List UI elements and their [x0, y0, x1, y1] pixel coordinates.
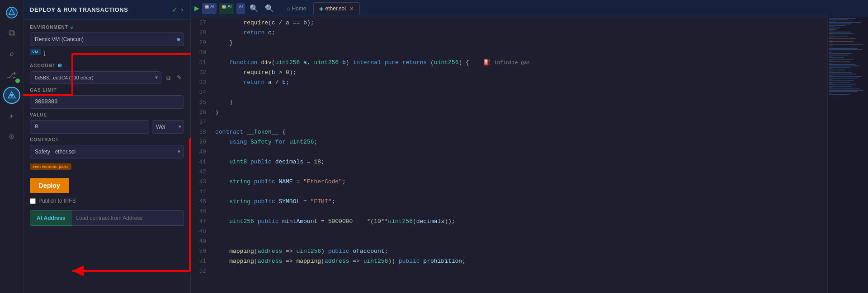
- arrow-right-icon[interactable]: ›: [180, 6, 184, 14]
- code-content[interactable]: require(c / a == b); return c; } functio…: [211, 17, 827, 293]
- code-line-51: mapping(address => mapping(address => ui…: [215, 256, 827, 266]
- code-line-38: contract __Token__ {: [215, 127, 827, 137]
- icon-bar: ⧉ ⌕ ⎇ ✦ ⚙: [0, 0, 24, 293]
- account-select-wrapper[interactable]: 0x5B3...eddC4 (100 ether): [30, 71, 161, 84]
- edit-account-button[interactable]: ✎: [175, 73, 184, 82]
- deploy-icon[interactable]: [3, 87, 20, 104]
- minimap: [827, 17, 868, 293]
- code-line-30: [215, 48, 827, 58]
- code-line-28: return c;: [215, 28, 827, 38]
- gas-limit-input[interactable]: [30, 95, 184, 109]
- code-line-33: return a / b;: [215, 78, 827, 88]
- publish-checkbox[interactable]: [30, 198, 36, 204]
- sol-icon: ◈: [319, 5, 323, 12]
- settings-icon[interactable]: ⚙: [3, 127, 21, 145]
- code-line-36: }: [215, 107, 827, 117]
- code-line-42: [215, 167, 827, 177]
- vm-badge: VM: [30, 49, 41, 55]
- check-icon: ✓: [172, 5, 177, 14]
- at-address-row: At Address: [30, 210, 184, 226]
- files-icon[interactable]: ⧉: [3, 24, 21, 42]
- code-line-27: require(c / a == b);: [215, 18, 827, 28]
- ai-badge-3[interactable]: AI: [236, 3, 245, 14]
- account-label: ACCOUNT ⊕: [30, 62, 184, 69]
- code-line-49: [215, 237, 827, 246]
- panel-content: ENVIRONMENT ⬦ Remix VM (Cancun) Remix VM…: [24, 20, 190, 293]
- code-line-50: mapping(address => uint256) public ofacc…: [215, 246, 827, 256]
- code-line-39: using Safety for uint256;: [215, 137, 827, 147]
- value-row: Wei Gwei Finney Ether: [30, 120, 184, 134]
- panel-header: DEPLOY & RUN TRANSACTIONS ✓ ›: [24, 0, 190, 20]
- contract-select-wrapper[interactable]: Safety - ether.sol: [30, 145, 184, 158]
- account-row: 0x5B3...eddC4 (100 ether) ⧉ ✎: [30, 71, 184, 84]
- copy-account-button[interactable]: ⧉: [164, 73, 172, 83]
- code-line-32: require(b > 0);: [215, 68, 827, 78]
- editor-area: ▶ 🤖 AI 🤖 AI AI 🔍 🔍 ⌂ Home ◈ ether.sol ✕ …: [191, 0, 868, 293]
- contract-section: CONTRACT Safety - ether.sol evm version:…: [30, 137, 184, 174]
- load-contract-input[interactable]: [72, 210, 184, 226]
- file-tab[interactable]: ◈ ether.sol ✕: [313, 2, 359, 14]
- unit-select-wrapper[interactable]: Wei Gwei Finney Ether: [152, 120, 184, 134]
- tab-bar: ▶ 🤖 AI 🤖 AI AI 🔍 🔍 ⌂ Home ◈ ether.sol ✕: [191, 0, 868, 17]
- evm-badge: evm version: paris: [30, 163, 71, 170]
- ai-badge-1[interactable]: 🤖 AI: [202, 3, 217, 14]
- at-address-button[interactable]: At Address: [30, 210, 72, 226]
- code-line-41: uint8 public decimals = 18;: [215, 157, 827, 167]
- environment-label: ENVIRONMENT ⬦: [30, 24, 184, 30]
- account-select[interactable]: 0x5B3...eddC4 (100 ether): [30, 71, 161, 84]
- value-input[interactable]: [30, 120, 149, 134]
- environment-info-btn[interactable]: ℹ: [43, 50, 46, 58]
- code-line-48: [215, 227, 827, 237]
- contract-label: CONTRACT: [30, 137, 184, 142]
- plugins-icon[interactable]: ✦: [3, 107, 21, 125]
- unit-select[interactable]: Wei Gwei Finney Ether: [152, 120, 184, 134]
- code-line-37: [215, 117, 827, 127]
- svg-point-2: [10, 94, 13, 97]
- publish-row: Publish to IPFS: [30, 198, 184, 204]
- zoom-in-icon[interactable]: 🔍: [248, 3, 260, 14]
- code-line-35: }: [215, 98, 827, 107]
- account-section: ACCOUNT ⊕ 0x5B3...eddC4 (100 ether) ⧉ ✎: [30, 62, 184, 84]
- gas-limit-section: GAS LIMIT: [30, 88, 184, 109]
- value-section: VALUE Wei Gwei Finney Ether: [30, 112, 184, 134]
- minimap-content: [828, 17, 868, 96]
- code-line-43: string public NAME = "EtherCode";: [215, 177, 827, 187]
- environment-select[interactable]: Remix VM (Cancun) Remix VM (Berlin) Inje…: [30, 33, 184, 46]
- home-tab-label: Home: [292, 5, 306, 12]
- file-tab-label: ether.sol: [325, 5, 345, 12]
- tab-bar-icons: ▶ 🤖 AI 🤖 AI AI 🔍 🔍: [194, 3, 276, 14]
- git-icon[interactable]: ⎇: [3, 66, 21, 84]
- environment-select-wrapper[interactable]: Remix VM (Cancun) Remix VM (Berlin) Inje…: [30, 33, 184, 46]
- code-line-34: [215, 88, 827, 98]
- run-icon[interactable]: ▶: [194, 3, 199, 14]
- ai-badge-2[interactable]: 🤖 AI: [219, 3, 234, 14]
- line-numbers: 27 28 29 30 31 32 33 34 35 36 37 38 39 4…: [191, 17, 211, 293]
- code-line-31: function div(uint256 a, uint256 b) inter…: [215, 58, 827, 68]
- publish-label: Publish to IPFS: [38, 198, 76, 204]
- git-badge: [15, 79, 20, 83]
- account-plus-icon: ⊕: [57, 62, 62, 69]
- value-label: VALUE: [30, 112, 184, 117]
- panel-title: DEPLOY & RUN TRANSACTIONS: [30, 6, 169, 13]
- close-tab-button[interactable]: ✕: [349, 5, 354, 12]
- code-line-44: [215, 187, 827, 197]
- code-line-47: uint256 public mintAmount = 5000000 *(10…: [215, 217, 827, 227]
- environment-section: ENVIRONMENT ⬦ Remix VM (Cancun) Remix VM…: [30, 24, 184, 59]
- zoom-out-icon[interactable]: 🔍: [263, 3, 276, 14]
- environment-info-icon: ⬦: [70, 24, 74, 30]
- home-icon: ⌂: [287, 5, 290, 12]
- search-icon-sidebar[interactable]: ⌕: [3, 45, 21, 63]
- code-line-45: string public SYMBOL = "ETHI";: [215, 197, 827, 207]
- left-panel: DEPLOY & RUN TRANSACTIONS ✓ › ENVIRONMEN…: [24, 0, 191, 293]
- code-line-29: }: [215, 38, 827, 48]
- contract-select[interactable]: Safety - ether.sol: [30, 145, 184, 158]
- code-editor: 27 28 29 30 31 32 33 34 35 36 37 38 39 4…: [191, 17, 868, 293]
- code-line-40: [215, 147, 827, 157]
- gas-limit-label: GAS LIMIT: [30, 88, 184, 93]
- logo-icon: [3, 4, 21, 22]
- code-line-46: [215, 207, 827, 217]
- code-line-52: [215, 266, 827, 276]
- deploy-button[interactable]: Deploy: [30, 178, 69, 193]
- home-tab[interactable]: ⌂ Home: [281, 3, 311, 14]
